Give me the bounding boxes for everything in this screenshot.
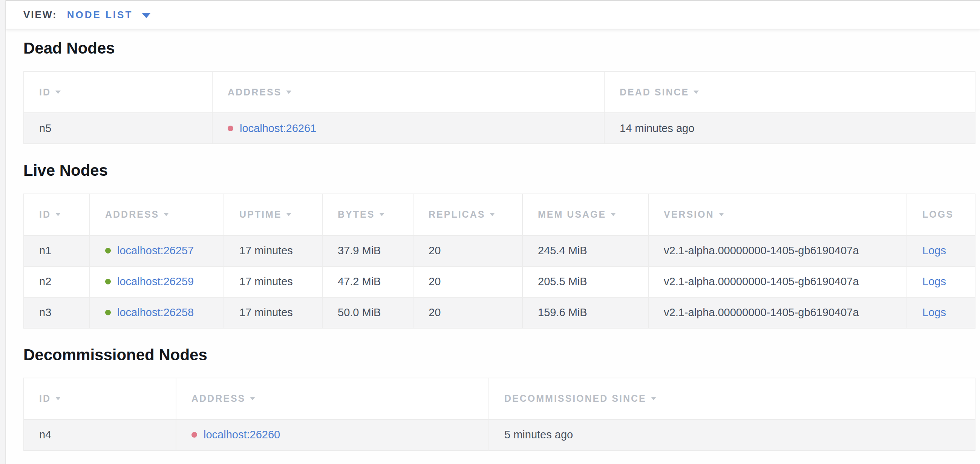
decommissioned-nodes-section: Decommissioned Nodes ID ADDRESS DECOMMIS… — [23, 346, 974, 451]
live-status-dot-icon — [105, 248, 111, 254]
column-header-uptime[interactable]: UPTIME — [224, 194, 322, 235]
node-address-link[interactable]: localhost:26260 — [204, 429, 280, 441]
node-address-link[interactable]: localhost:26259 — [117, 275, 194, 287]
dead-nodes-title: Dead Nodes — [23, 39, 974, 57]
column-header-id[interactable]: ID — [24, 71, 212, 113]
sort-arrow-icon — [56, 91, 61, 94]
decommissioned-status-dot-icon — [191, 432, 197, 438]
node-address-cell: localhost:26258 — [90, 297, 224, 328]
node-id-cell: n4 — [24, 419, 176, 450]
view-selected-value: NODE LIST — [67, 9, 133, 21]
node-address-link[interactable]: localhost:26258 — [117, 306, 194, 318]
table-row: n1 localhost:26257 17 minutes 37.9 MiB 2… — [24, 235, 975, 266]
dead-nodes-section: Dead Nodes ID ADDRESS DEAD SINCE n5 loca… — [23, 39, 974, 144]
column-header-address[interactable]: ADDRESS — [90, 194, 224, 235]
sort-arrow-icon — [286, 91, 291, 94]
sort-arrow-icon — [56, 213, 61, 216]
sort-arrow-icon — [490, 213, 495, 216]
node-id-cell: n2 — [24, 266, 90, 297]
view-label: VIEW: — [23, 9, 57, 21]
column-header-label: ADDRESS — [191, 393, 245, 403]
node-id-cell: n1 — [24, 235, 90, 266]
live-status-dot-icon — [105, 279, 111, 284]
uptime-cell: 17 minutes — [224, 266, 322, 297]
table-header-row: ID ADDRESS UPTIME BYTES REPLICAS MEM USA… — [24, 194, 975, 235]
table-row: n3 localhost:26258 17 minutes 50.0 MiB 2… — [24, 297, 975, 328]
chevron-down-icon — [142, 13, 151, 18]
column-header-version[interactable]: VERSION — [648, 194, 907, 235]
main-panel: VIEW: NODE LIST Dead Nodes ID ADDRESS DE… — [5, 0, 980, 464]
replicas-cell: 20 — [413, 297, 522, 328]
decommissioned-nodes-table: ID ADDRESS DECOMMISSIONED SINCE n4 local… — [23, 378, 975, 451]
sort-arrow-icon — [651, 397, 656, 400]
table-header-row: ID ADDRESS DEAD SINCE — [24, 71, 975, 113]
column-header-bytes[interactable]: BYTES — [322, 194, 413, 235]
column-header-replicas[interactable]: REPLICAS — [413, 194, 522, 235]
dead-status-dot-icon — [228, 126, 233, 131]
column-header-address[interactable]: ADDRESS — [176, 378, 489, 419]
column-header-label: LOGS — [922, 209, 954, 220]
live-nodes-section: Live Nodes ID ADDRESS UPTIME BYTES REPLI… — [23, 161, 974, 328]
sort-arrow-icon — [56, 397, 61, 400]
column-header-decommissioned-since[interactable]: DECOMMISSIONED SINCE — [489, 378, 975, 419]
column-header-label: UPTIME — [239, 209, 282, 220]
view-selector-dropdown[interactable]: NODE LIST — [67, 9, 151, 21]
column-header-label: ID — [39, 209, 51, 220]
column-header-id[interactable]: ID — [24, 194, 90, 235]
logs-link[interactable]: Logs — [922, 306, 946, 318]
column-header-label: ID — [39, 87, 51, 97]
uptime-cell: 17 minutes — [224, 297, 322, 328]
node-list-content: Dead Nodes ID ADDRESS DEAD SINCE n5 loca… — [6, 39, 980, 451]
column-header-dead-since[interactable]: DEAD SINCE — [604, 71, 975, 113]
node-id-cell: n5 — [24, 113, 212, 144]
column-header-mem-usage[interactable]: MEM USAGE — [522, 194, 648, 235]
column-header-label: VERSION — [664, 209, 714, 220]
mem-usage-cell: 245.4 MiB — [522, 235, 648, 266]
column-header-label: DEAD SINCE — [620, 87, 689, 97]
bytes-cell: 50.0 MiB — [322, 297, 413, 328]
logs-link[interactable]: Logs — [922, 275, 946, 287]
uptime-cell: 17 minutes — [224, 235, 322, 266]
column-header-label: MEM USAGE — [538, 209, 606, 220]
column-header-label: DECOMMISSIONED SINCE — [504, 393, 646, 403]
sort-arrow-icon — [694, 91, 699, 94]
node-address-link[interactable]: localhost:26261 — [240, 122, 316, 134]
sort-arrow-icon — [250, 397, 255, 400]
bytes-cell: 37.9 MiB — [322, 235, 413, 266]
sort-arrow-icon — [611, 213, 616, 216]
live-nodes-title: Live Nodes — [23, 161, 974, 180]
logs-cell: Logs — [907, 235, 975, 266]
column-header-label: REPLICAS — [429, 209, 485, 220]
sort-arrow-icon — [719, 213, 724, 216]
decommissioned-nodes-title: Decommissioned Nodes — [23, 346, 974, 364]
column-header-logs: LOGS — [907, 194, 975, 235]
table-row: n2 localhost:26259 17 minutes 47.2 MiB 2… — [24, 266, 975, 297]
bytes-cell: 47.2 MiB — [322, 266, 413, 297]
logs-cell: Logs — [907, 297, 975, 328]
logs-link[interactable]: Logs — [922, 244, 946, 257]
version-cell: v2.1-alpha.00000000-1405-gb6190407a — [648, 235, 907, 266]
column-header-label: ADDRESS — [105, 209, 159, 220]
node-id-cell: n3 — [24, 297, 90, 328]
column-header-label: ID — [39, 393, 51, 403]
dead-nodes-table: ID ADDRESS DEAD SINCE n5 localhost:26261… — [23, 71, 975, 144]
node-address-link[interactable]: localhost:26257 — [117, 244, 194, 257]
node-address-cell: localhost:26261 — [212, 113, 604, 144]
live-nodes-table: ID ADDRESS UPTIME BYTES REPLICAS MEM USA… — [23, 193, 975, 328]
sort-arrow-icon — [286, 213, 291, 216]
column-header-id[interactable]: ID — [24, 378, 176, 419]
table-row: n5 localhost:26261 14 minutes ago — [24, 113, 975, 144]
sort-arrow-icon — [379, 213, 385, 216]
replicas-cell: 20 — [413, 235, 522, 266]
table-header-row: ID ADDRESS DECOMMISSIONED SINCE — [24, 378, 975, 419]
replicas-cell: 20 — [413, 266, 522, 297]
mem-usage-cell: 159.6 MiB — [522, 297, 648, 328]
node-address-cell: localhost:26259 — [90, 266, 224, 297]
column-header-address[interactable]: ADDRESS — [212, 71, 604, 113]
node-address-cell: localhost:26260 — [176, 419, 489, 450]
mem-usage-cell: 205.5 MiB — [522, 266, 648, 297]
view-bar: VIEW: NODE LIST — [6, 0, 980, 29]
sort-arrow-icon — [164, 213, 169, 216]
version-cell: v2.1-alpha.00000000-1405-gb6190407a — [648, 297, 907, 328]
column-header-label: ADDRESS — [228, 87, 282, 97]
